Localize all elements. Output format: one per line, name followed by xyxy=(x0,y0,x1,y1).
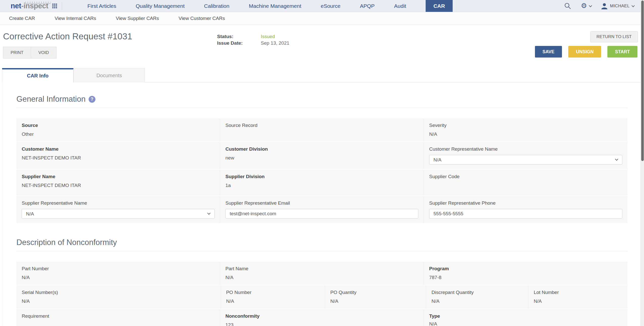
table-row: Requirement Nonconformity 123 Type N/A P… xyxy=(16,309,628,326)
table-row: Supplier Name NET-INSPECT DEMO ITAR Supp… xyxy=(16,170,628,196)
status-block: Status: Issued Issue Date: Sep 13, 2021 xyxy=(217,34,289,46)
scrollbar-thumb[interactable] xyxy=(641,1,644,161)
field-label: Customer Representative Name xyxy=(429,146,622,152)
section-divider xyxy=(16,251,628,251)
general-information-title-text: General Information xyxy=(16,95,86,104)
field-value: new xyxy=(225,155,418,161)
nav-item-apqp[interactable]: APQP xyxy=(360,0,375,12)
field-part-number: Part Number N/A xyxy=(16,262,220,285)
vertical-scrollbar[interactable] xyxy=(640,0,644,326)
field-customer-name: Customer Name NET-INSPECT DEMO ITAR xyxy=(16,143,220,169)
apps-grid-icon[interactable] xyxy=(52,4,57,9)
nav-item-calibration[interactable]: Calibration xyxy=(204,0,229,12)
field-label: Part Name xyxy=(225,266,418,271)
field-value: N/A xyxy=(431,298,523,304)
subnav-view-customer-cars[interactable]: View Customer CARs xyxy=(179,16,225,21)
nav-item-first-articles[interactable]: First Articles xyxy=(87,0,116,12)
nonconformity-table: Part Number N/A Part Name N/A Program 78… xyxy=(16,262,628,326)
settings-menu-button[interactable]: ⚙ xyxy=(581,3,591,9)
status-value: Issued xyxy=(261,34,289,39)
field-supplier-code: Supplier Code xyxy=(424,170,628,196)
field-value: N/A xyxy=(429,321,622,326)
field-customer-rep-name: Customer Representative Name N/A xyxy=(424,143,628,169)
subnav-create-car[interactable]: Create CAR xyxy=(9,16,35,21)
logo-net: net xyxy=(11,2,21,10)
user-name: MICHAEL xyxy=(610,4,630,9)
field-label: Customer Name xyxy=(22,146,215,152)
field-part-name: Part Name N/A xyxy=(220,262,424,285)
field-label: PO Number xyxy=(226,290,320,295)
nav-item-audit[interactable]: Audit xyxy=(394,0,406,12)
user-menu-button[interactable]: MICHAEL xyxy=(601,3,634,10)
field-value: N/A xyxy=(330,298,421,304)
field-label: Nonconformity xyxy=(225,313,418,319)
car-subnav: Create CAR View Internal CARs View Suppl… xyxy=(0,12,644,25)
supplier-rep-name-select[interactable]: N/A xyxy=(22,209,215,219)
unsign-button[interactable]: UNSIGN xyxy=(568,46,601,58)
page-header: Corrective Action Request #1031 Status: … xyxy=(2,25,642,68)
subnav-view-supplier-cars[interactable]: View Supplier CARs xyxy=(116,16,159,21)
help-icon[interactable]: ? xyxy=(89,96,95,103)
field-severity: Severity N/A xyxy=(424,119,628,142)
supplier-rep-phone-input[interactable] xyxy=(429,209,622,219)
nonconformity-heading: Description of Nonconformity xyxy=(16,224,628,247)
nav-item-car-active[interactable]: CAR xyxy=(426,0,453,12)
net-inspect-logo[interactable]: net-inspect xyxy=(11,2,48,10)
gear-icon: ⚙ xyxy=(581,3,587,9)
tab-car-info[interactable]: CAR Info xyxy=(2,68,73,83)
void-button[interactable]: VOID xyxy=(31,47,57,59)
field-supplier-division: Supplier Division 1a xyxy=(220,170,424,196)
field-value: 787-8 xyxy=(429,275,622,280)
field-supplier-rep-name: Supplier Representative Name N/A xyxy=(16,197,220,223)
field-label: Serial Number(s) xyxy=(22,290,215,295)
field-label: Lot Number xyxy=(534,290,622,295)
chevron-down-icon xyxy=(589,4,592,7)
issue-date-label: Issue Date: xyxy=(217,40,261,46)
field-source: Source Other xyxy=(16,119,220,142)
field-label: Requirement xyxy=(22,313,215,319)
field-value xyxy=(225,131,418,137)
print-void-group: PRINT VOID xyxy=(3,47,57,59)
nav-item-esource[interactable]: eSource xyxy=(321,0,341,12)
user-icon xyxy=(601,3,608,10)
navbar-menu: First Articles Quality Management Calibr… xyxy=(87,0,453,12)
save-button[interactable]: SAVE xyxy=(535,46,562,58)
field-label: Source xyxy=(22,123,215,128)
field-label: Supplier Code xyxy=(429,174,622,179)
field-value: 1a xyxy=(225,183,418,188)
print-button[interactable]: PRINT xyxy=(3,47,31,59)
logo-ruler-decoration xyxy=(25,2,50,4)
tab-documents[interactable]: Documents xyxy=(73,68,145,83)
nav-item-quality-management[interactable]: Quality Management xyxy=(136,0,185,12)
return-to-list-button[interactable]: RETURN TO LIST xyxy=(590,31,638,42)
field-po-quantity: PO Quantity N/A xyxy=(325,286,426,309)
field-supplier-name: Supplier Name NET-INSPECT DEMO ITAR xyxy=(16,170,220,196)
issue-date-value: Sep 13, 2021 xyxy=(261,40,289,46)
start-button[interactable]: START xyxy=(607,46,637,58)
page-title: Corrective Action Request #1031 xyxy=(3,31,132,41)
main-content: Corrective Action Request #1031 Status: … xyxy=(0,25,644,326)
field-nonconformity: Nonconformity 123 xyxy=(220,310,424,326)
nonconformity-title-text: Description of Nonconformity xyxy=(16,238,117,247)
customer-rep-name-select[interactable]: N/A xyxy=(429,155,622,165)
field-label: Severity xyxy=(429,123,622,128)
field-value: N/A xyxy=(534,298,622,304)
search-button[interactable] xyxy=(564,3,571,10)
subnav-view-internal-cars[interactable]: View Internal CARs xyxy=(55,16,96,21)
field-value: N/A xyxy=(429,131,622,137)
field-po-number: PO Number N/A xyxy=(221,286,325,309)
nav-item-machine-management[interactable]: Machine Management xyxy=(249,0,301,12)
table-row: Part Number N/A Part Name N/A Program 78… xyxy=(16,262,628,285)
table-row: Source Other Source Record Severity N/A xyxy=(16,119,628,142)
top-navbar: net-inspect First Articles Quality Manag… xyxy=(0,0,644,12)
field-label: PO Quantity xyxy=(330,290,421,295)
field-program: Program 787-8 xyxy=(424,262,628,285)
supplier-rep-email-input[interactable] xyxy=(225,209,418,219)
field-lot-number: Lot Number N/A xyxy=(528,286,628,309)
field-label: Type xyxy=(429,313,622,319)
field-label: Supplier Representative Phone xyxy=(429,200,622,206)
field-value: N/A xyxy=(226,298,320,304)
navbar-right-controls: ⚙ MICHAEL xyxy=(564,3,634,10)
field-label: Discrepant Quantity xyxy=(431,290,523,295)
field-value: 123 xyxy=(225,322,418,326)
